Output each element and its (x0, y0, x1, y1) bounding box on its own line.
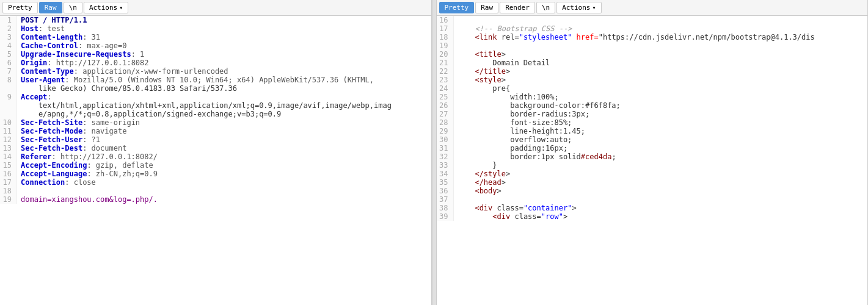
tab-newline-right[interactable]: \n (536, 2, 555, 13)
header-value: : same-origin (82, 118, 140, 127)
tab-pretty-right[interactable]: Pretty (439, 2, 475, 13)
tab-raw-left[interactable]: Raw (39, 2, 62, 13)
table-row: 17Connection: close (0, 178, 431, 187)
header-name: Host (21, 24, 38, 33)
line-number: 17 (0, 178, 17, 187)
table-row: 32 border:1px solid#ced4da; (437, 152, 868, 161)
header-value: : max-age=0 (78, 41, 126, 50)
tab-raw-right[interactable]: Raw (475, 2, 498, 13)
http-body: domain=xiangshou.com&log=.php/. (21, 195, 158, 204)
line-content (454, 16, 868, 24)
header-value: : close (65, 178, 96, 187)
line-content: Origin: http://127.0.0.1:8082 (17, 59, 431, 67)
line-number: 19 (0, 195, 17, 204)
line-number: 35 (437, 178, 454, 187)
line-content: Connection: close (17, 178, 431, 187)
line-number: 7 (0, 67, 17, 76)
line-content: Sec-Fetch-User: ?1 (17, 135, 431, 144)
line-number: 37 (437, 195, 454, 204)
css-property: padding (510, 144, 541, 152)
left-toolbar: Pretty Raw \n Actions (0, 0, 431, 16)
actions-button-right[interactable]: Actions (556, 2, 601, 13)
table-row: 2Host: test (0, 24, 431, 33)
header-name: Accept-Language (21, 170, 87, 178)
html-tag: </head (475, 178, 501, 187)
line-number: 1 (0, 16, 17, 24)
line-content: Cache-Control: max-age=0 (17, 41, 431, 50)
table-row: 11Sec-Fetch-Mode: navigate (0, 127, 431, 135)
table-row: 13Sec-Fetch-Dest: document (0, 144, 431, 152)
header-name: Content-Type (21, 67, 74, 76)
header-value: : 31 (82, 33, 100, 41)
table-row: 15Accept-Encoding: gzip, deflate (0, 161, 431, 170)
header-value: : application/x-www-form-urlencoded (74, 67, 228, 76)
line-content: Upgrade-Insecure-Requests: 1 (17, 50, 431, 59)
line-number: 22 (437, 67, 454, 76)
line-number: 28 (437, 118, 454, 127)
line-content: Sec-Fetch-Dest: document (17, 144, 431, 152)
table-row: 19 (437, 41, 868, 50)
header-name: Referer (21, 152, 52, 161)
line-number: 31 (437, 144, 454, 152)
line-content: </style> (454, 170, 868, 178)
header-value: : test (38, 24, 65, 33)
line-number: 3 (0, 33, 17, 41)
header-value: : ?1 (82, 135, 100, 144)
actions-button-left[interactable]: Actions (84, 2, 128, 13)
right-content[interactable]: 1617 <!-- Bootstrap CSS -->18 <link rel=… (437, 16, 868, 305)
table-row: like Gecko) Chrome/85.0.4183.83 Safari/5… (0, 84, 431, 93)
html-tag: <title (475, 50, 501, 59)
line-number: 13 (0, 144, 17, 152)
table-row: 38 <div class="container"> (437, 204, 868, 212)
line-number: 18 (437, 33, 454, 41)
table-row: 29 line-height:1.45; (437, 127, 868, 135)
line-content: Content-Length: 31 (17, 33, 431, 41)
tab-render-right[interactable]: Render (500, 2, 535, 13)
line-content: padding:16px; (454, 144, 868, 152)
table-row: 19domain=xiangshou.com&log=.php/. (0, 195, 431, 204)
line-number: 6 (0, 59, 17, 67)
table-row: 39 <div class="row"> (437, 212, 868, 221)
line-number: 33 (437, 161, 454, 170)
line-number: 27 (437, 110, 454, 118)
line-number: 9 (0, 93, 17, 101)
line-number: 38 (437, 204, 454, 212)
line-content: line-height:1.45; (454, 127, 868, 135)
line-content: <div class="row"> (454, 212, 868, 221)
line-number: 29 (437, 127, 454, 135)
left-content[interactable]: 1POST / HTTP/1.12Host: test3Content-Leng… (0, 16, 431, 305)
header-value: : navigate (82, 127, 126, 135)
header-value: : 1 (131, 50, 145, 59)
line-number: 16 (0, 170, 17, 178)
tab-newline-left[interactable]: \n (64, 2, 82, 13)
header-name: Accept-Encoding (21, 161, 87, 170)
html-tag: </title (475, 67, 506, 76)
line-content (17, 187, 431, 195)
table-row: 9Accept: (0, 93, 431, 101)
table-row: 37 (437, 195, 868, 204)
table-row: 24 pre{ (437, 84, 868, 93)
attr-value: "row" (541, 212, 563, 221)
header-name: Upgrade-Insecure-Requests (21, 50, 131, 59)
line-number: 20 (437, 50, 454, 59)
line-content: <body> (454, 187, 868, 195)
line-content: Accept-Encoding: gzip, deflate (17, 161, 431, 170)
right-pane: Pretty Raw Render \n Actions 1617 <!-- B… (437, 0, 869, 305)
table-row: 23 <style> (437, 76, 868, 84)
line-number: 4 (0, 41, 17, 50)
line-number: 26 (437, 101, 454, 110)
tab-pretty-left[interactable]: Pretty (2, 2, 38, 13)
left-pane: Pretty Raw \n Actions 1POST / HTTP/1.12H… (0, 0, 432, 305)
line-number: 2 (0, 24, 17, 33)
line-content: like Gecko) Chrome/85.0.4183.83 Safari/5… (17, 84, 431, 93)
attr-value: "container" (523, 204, 572, 212)
table-row: 27 border-radius:3px; (437, 110, 868, 118)
line-number: 21 (437, 59, 454, 67)
table-row: 36 <body> (437, 187, 868, 195)
line-number: 11 (0, 127, 17, 135)
line-content (454, 195, 868, 204)
line-content: </title> (454, 67, 868, 76)
line-content: <div class="container"> (454, 204, 868, 212)
line-content: border-radius:3px; (454, 110, 868, 118)
css-property: border (510, 152, 536, 161)
